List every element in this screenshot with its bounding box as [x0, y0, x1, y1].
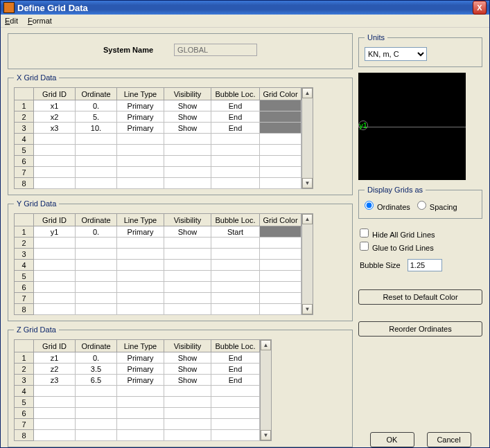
table-row[interactable]: 8: [15, 430, 260, 441]
check-hide-all[interactable]: Hide All Grid Lines: [360, 229, 435, 239]
preview-axis-icon: [358, 127, 466, 127]
radio-spacing[interactable]: Spacing: [417, 201, 457, 211]
scroll-up-icon[interactable]: ▲: [302, 88, 313, 98]
bubble-size-label: Bubble Size: [360, 261, 401, 269]
x-grid-legend: X Grid Data: [14, 73, 59, 82]
left-column: System Name X Grid Data Grid ID Ordinate…: [8, 33, 353, 447]
system-name-input[interactable]: [174, 44, 257, 56]
close-button[interactable]: X: [473, 1, 487, 15]
y-grid-scrollbar[interactable]: ▲ ▼: [301, 213, 313, 315]
z-grid-legend: Z Grid Data: [14, 325, 59, 334]
system-name-label: System Name: [103, 46, 153, 54]
preview-pane: y1: [358, 73, 466, 180]
table-row[interactable]: 6: [15, 408, 260, 419]
table-row[interactable]: 5: [15, 145, 301, 156]
table-row[interactable]: 2: [15, 238, 301, 249]
display-grids-group: Display Grids as Ordinates Spacing: [358, 186, 482, 219]
col-grid-color: Grid Color: [260, 88, 301, 100]
scroll-up-icon[interactable]: ▲: [302, 214, 313, 224]
col-line-type: Line Type: [117, 88, 164, 100]
z-grid-group: Z Grid Data Grid ID Ordinate Line Type V…: [8, 325, 353, 447]
system-name-group: System Name: [8, 33, 353, 69]
y-grid-table[interactable]: Grid ID Ordinate Line Type Visibility Bu…: [14, 213, 301, 315]
scroll-up-icon[interactable]: ▲: [261, 340, 271, 350]
menubar: Edit Format: [1, 15, 489, 28]
z-grid-table[interactable]: Grid ID Ordinate Line Type Visibility Bu…: [14, 339, 260, 441]
right-column: Units KN, m, C y1 Display Grids as Ordin…: [358, 33, 482, 447]
table-row[interactable]: 8: [15, 178, 301, 189]
units-select[interactable]: KN, m, C: [365, 47, 427, 61]
z-grid-scrollbar[interactable]: ▲ ▼: [260, 339, 272, 441]
table-row[interactable]: 6: [15, 282, 301, 293]
table-row[interactable]: 3z36.5PrimaryShowEnd: [15, 375, 260, 386]
table-row[interactable]: 4: [15, 386, 260, 397]
table-row[interactable]: 3: [15, 249, 301, 260]
x-grid-scrollbar[interactable]: ▲ ▼: [301, 87, 313, 189]
units-group: Units KN, m, C: [358, 33, 482, 67]
table-row[interactable]: 1y10.PrimaryShowStart: [15, 226, 301, 238]
x-grid-group: X Grid Data Grid ID Ordinate Line Type V…: [8, 73, 353, 195]
ok-button[interactable]: OK: [370, 432, 414, 447]
table-row[interactable]: 8: [15, 304, 301, 315]
scroll-down-icon[interactable]: ▼: [261, 430, 271, 440]
window-title: Define Grid Data: [17, 3, 473, 13]
table-row[interactable]: 4: [15, 260, 301, 271]
table-row[interactable]: 5: [15, 397, 260, 408]
dialog-buttons: OK Cancel: [358, 432, 482, 447]
dialog-window: Define Grid Data X Edit Format System Na…: [0, 0, 490, 448]
table-row[interactable]: 6: [15, 156, 301, 167]
table-row[interactable]: 7: [15, 419, 260, 430]
menu-edit[interactable]: Edit: [5, 17, 18, 25]
table-row[interactable]: 5: [15, 271, 301, 282]
preview-bubble-icon: y1: [358, 120, 368, 130]
app-icon: [3, 2, 15, 13]
reset-color-button[interactable]: Reset to Default Color: [358, 289, 482, 305]
col-visibility: Visibility: [164, 88, 211, 100]
x-grid-table[interactable]: Grid ID Ordinate Line Type Visibility Bu…: [14, 87, 301, 189]
bubble-size-input[interactable]: [408, 259, 442, 271]
y-grid-group: Y Grid Data Grid ID Ordinate Line Type V…: [8, 199, 353, 321]
units-legend: Units: [365, 33, 387, 42]
table-row[interactable]: 1z10.PrimaryShowEnd: [15, 352, 260, 364]
table-row[interactable]: 1x10.PrimaryShowEnd: [15, 100, 301, 111]
table-row[interactable]: 2z23.5PrimaryShowEnd: [15, 364, 260, 375]
col-grid-id: Grid ID: [34, 88, 76, 100]
options-block: Hide All Grid Lines Glue to Grid Lines B…: [358, 224, 482, 273]
display-grids-legend: Display Grids as: [365, 186, 426, 194]
col-ordinate: Ordinate: [76, 88, 117, 100]
check-glue[interactable]: Glue to Grid Lines: [360, 242, 434, 252]
table-row[interactable]: 2x25.PrimaryShowEnd: [15, 111, 301, 123]
table-row[interactable]: 3x310.PrimaryShowEnd: [15, 123, 301, 134]
titlebar: Define Grid Data X: [1, 1, 489, 15]
close-icon: X: [477, 3, 482, 12]
cancel-button[interactable]: Cancel: [427, 432, 471, 447]
table-row[interactable]: 7: [15, 293, 301, 304]
col-bubble-loc: Bubble Loc.: [211, 88, 260, 100]
table-row[interactable]: 7: [15, 167, 301, 178]
menu-format[interactable]: Format: [28, 17, 52, 25]
reorder-ordinates-button[interactable]: Reorder Ordinates: [358, 321, 482, 337]
y-grid-legend: Y Grid Data: [14, 199, 59, 208]
table-row[interactable]: 4: [15, 134, 301, 145]
client-area: System Name X Grid Data Grid ID Ordinate…: [1, 28, 489, 448]
radio-ordinates[interactable]: Ordinates: [365, 201, 410, 211]
scroll-down-icon[interactable]: ▼: [302, 178, 313, 188]
scroll-down-icon[interactable]: ▼: [302, 304, 313, 314]
